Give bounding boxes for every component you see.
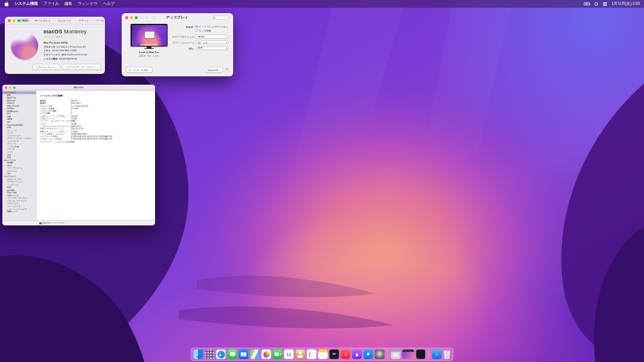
close-button[interactable]: [125, 16, 128, 19]
rotation-select[interactable]: 標準: [196, 47, 229, 51]
window-title: ディスプレイ: [166, 15, 188, 20]
menu-item[interactable]: ヘルプ: [103, 1, 114, 7]
resolution-label: 解像度:: [172, 26, 194, 29]
mac-model: Mac Pro (Late 2013): [44, 41, 87, 44]
dock-divider: [429, 350, 429, 359]
dock-notes-icon[interactable]: [318, 349, 328, 359]
dock-calendar-icon[interactable]: 11: [284, 349, 294, 359]
about-this-mac-window: 概要ディスプレイストレージサポートサービス macOS Monterey バージ…: [5, 17, 105, 74]
display-resolution-text: 解像度: 3840 × 2160: [139, 54, 159, 57]
sysinfo-sidebar: ハードウェア ATA Apple Pay Bluetooth: [2, 91, 36, 220]
radio-selected-icon: [196, 26, 198, 28]
spec-row: プロセッサ 3.5 GHz 6コアIntel Xeon E5: [44, 45, 87, 48]
dock-podcasts-icon[interactable]: ◉: [352, 349, 362, 359]
night-shift-button[interactable]: Night Shift...: [205, 67, 223, 73]
stepper-icon: [225, 47, 228, 49]
minimize-button[interactable]: [13, 19, 16, 22]
dock-mail-icon[interactable]: [239, 349, 249, 359]
minimize-button[interactable]: [130, 16, 133, 19]
dock-messages-icon[interactable]: [228, 349, 237, 359]
about-tab[interactable]: ストレージ: [56, 18, 73, 23]
window-controls: [8, 19, 20, 22]
desktop: システム情報ファイル編集ウィンドウヘルプ 1月11日(水) 0:53 概要ディス…: [0, 0, 644, 362]
display-name: Luna @ Mac Pro: [139, 51, 159, 54]
dock: 11tv♪◉A⚙↓: [191, 348, 454, 361]
window-controls: [125, 16, 138, 19]
menu-item[interactable]: ウィンドウ: [78, 1, 97, 7]
refresh-rate-label: リフレッシュレート:: [172, 41, 194, 44]
hardware-overview-pane: ハードウェアの概要: 機種名: Mac Pro 機種ID: MacPro6,1: [36, 91, 155, 220]
menu-bar: システム情報ファイル編集ウィンドウヘルプ 1月11日(水) 0:53: [0, 0, 644, 8]
zoom-button[interactable]: [135, 16, 138, 19]
menu-items-container: システム情報ファイル編集ウィンドウヘルプ: [14, 1, 114, 7]
close-button[interactable]: [8, 19, 11, 22]
dock-finder-icon[interactable]: [194, 349, 203, 359]
spotlight-icon[interactable]: [595, 2, 598, 6]
display-preview: [131, 24, 168, 47]
about-tabs: 概要ディスプレイストレージサポートサービス: [20, 18, 109, 23]
battery-icon[interactable]: [584, 2, 590, 5]
about-titlebar: 概要ディスプレイストレージサポートサービス: [5, 17, 105, 24]
hardware-overview-rows: 機種名: Mac Pro 機種ID: MacPro6,1 プロセッサ名: 6コア…: [40, 100, 153, 143]
about-tab[interactable]: 概要: [20, 18, 30, 23]
show-all-grid-icon[interactable]: [152, 16, 156, 20]
os-version: バージョン 12.6.1: [44, 35, 87, 38]
dock-trash-icon[interactable]: [444, 349, 451, 359]
dock-tv-icon[interactable]: tv: [330, 349, 339, 359]
overview-title: ハードウェアの概要:: [40, 94, 153, 97]
about-tab[interactable]: ディスプレイ: [33, 18, 53, 23]
color-profile-select[interactable]: PA328: [196, 35, 229, 39]
dock-minimized-display-window-icon[interactable]: [402, 349, 414, 359]
window-title: Mac Pro: [2, 86, 155, 89]
dock-reminders-icon[interactable]: [307, 349, 317, 359]
color-profile-label: カラープロファイル:: [172, 35, 194, 38]
search-field[interactable]: [212, 16, 230, 20]
dock-maps-icon[interactable]: [250, 349, 260, 359]
apple-menu-icon[interactable]: [4, 1, 9, 7]
system-information-window: Mac Pro ハードウェア ATA Apple Pay: [2, 85, 155, 225]
about-specs: プロセッサ 3.5 GHz 6コアIntel Xeon E5 メモリ 24 GB…: [44, 45, 87, 60]
stepper-icon: [225, 36, 228, 38]
help-button[interactable]: ?: [225, 68, 229, 72]
radio-unselected-icon: [196, 29, 198, 32]
menu-bar-clock[interactable]: 1月11日(水) 0:53: [612, 1, 640, 7]
dock-facetime-icon[interactable]: [273, 349, 283, 359]
overview-row: アクティベーションロックの状況: 無効: [40, 141, 153, 143]
dock-contacts-icon[interactable]: [296, 349, 305, 359]
monterey-logo: [11, 32, 38, 60]
displays-preferences-window: ‹ › ディスプレイ Luna @ Mac Pro 解像度: 3840 × 21…: [122, 13, 233, 76]
sysinfo-statusbar: Mac Pro › ハードウェア: [2, 220, 155, 225]
sysinfo-sidebar-item[interactable]: RAWカメラ: [2, 211, 36, 214]
back-forward-buttons[interactable]: ‹ ›: [141, 16, 149, 20]
stepper-icon: [225, 42, 228, 44]
resolution-scaled-radio[interactable]: サイズ調整: [196, 29, 228, 32]
dock-minimized-dark-window-icon[interactable]: [416, 349, 426, 359]
refresh-rate-select[interactable]: 60 ヘルツ: [196, 41, 229, 45]
about-tab[interactable]: サポート: [76, 18, 91, 23]
software-update-button[interactable]: ソフトウェア・アップデート...: [62, 64, 101, 70]
menu-item[interactable]: システム情報: [14, 1, 38, 7]
control-center-icon[interactable]: [603, 2, 607, 6]
dock-safari-icon[interactable]: [216, 349, 226, 359]
spec-row: シリアル番号 F5KM70BVF9VM: [44, 57, 87, 60]
spec-row: メモリ 24 GB 1866 MHz DDR3: [44, 49, 87, 52]
menu-item[interactable]: ファイル: [44, 1, 60, 7]
dock-app-store-icon[interactable]: A: [364, 349, 373, 359]
search-icon: [213, 17, 215, 18]
system-report-button[interactable]: システムレポート...: [33, 64, 60, 70]
dock-downloads-icon[interactable]: ↓: [432, 349, 442, 359]
dock-minimized-window-icon[interactable]: [391, 349, 401, 359]
about-tab[interactable]: サービス: [94, 18, 109, 23]
display-settings-button[interactable]: ディスプレイ設定...: [126, 67, 153, 73]
dock-music-icon[interactable]: ♪: [341, 349, 351, 359]
displays-toolbar: ‹ › ディスプレイ: [122, 13, 233, 22]
dock-launchpad-icon[interactable]: [205, 349, 215, 359]
dock-photos-icon[interactable]: [262, 349, 271, 359]
dock-divider: [388, 350, 388, 359]
menu-item[interactable]: 編集: [64, 1, 72, 7]
resolution-default-radio[interactable]: ディスプレイのデフォルト: [196, 25, 228, 28]
rotation-label: 回転:: [172, 47, 194, 50]
computer-icon: [39, 222, 42, 224]
spec-row: グラフィックス AMD FirePro D700 6 GB: [44, 53, 87, 56]
dock-system-preferences-icon[interactable]: ⚙: [375, 349, 385, 359]
